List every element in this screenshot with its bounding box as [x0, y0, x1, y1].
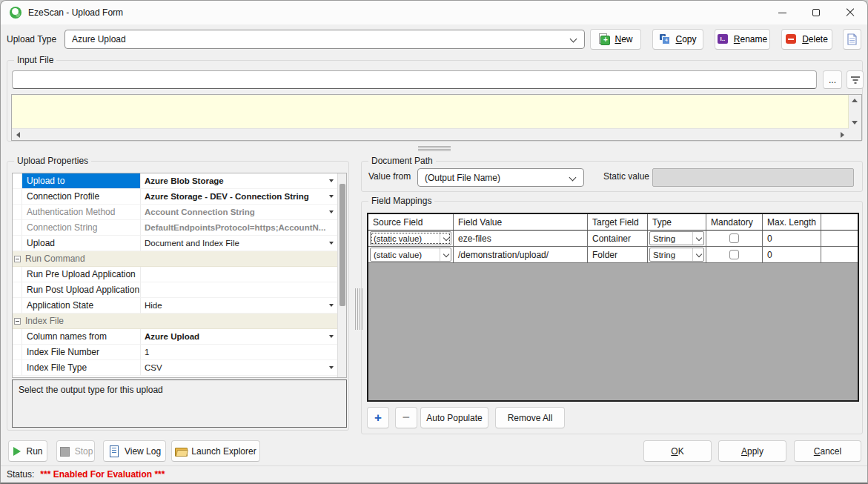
property-name[interactable]: Upload to	[22, 173, 141, 189]
property-name[interactable]: Run Pre Upload Application	[22, 267, 141, 282]
field-value-cell[interactable]: eze-files	[454, 231, 588, 247]
button-label: New	[614, 34, 632, 44]
property-value-text: DefaultEndpointsProtocol=https;AccountN.…	[145, 223, 325, 232]
property-name[interactable]: Authentication Method	[22, 205, 141, 220]
value-from-combobox[interactable]: (Output File Name)	[417, 168, 584, 187]
input-file-field[interactable]	[12, 70, 817, 89]
property-name[interactable]: Index File Number	[22, 345, 141, 360]
remove-mapping-button[interactable]: −	[395, 407, 417, 428]
property-value-text: Azure Storage - DEV - Connection String	[145, 192, 309, 201]
property-name[interactable]: Connection Profile	[22, 189, 141, 205]
property-category-row[interactable]: Index File	[13, 314, 337, 329]
target-field-cell[interactable]: Container	[588, 231, 648, 247]
dropdown-arrow-icon[interactable]	[329, 366, 334, 369]
scroll-down-icon[interactable]	[852, 121, 858, 125]
auto-populate-button[interactable]: Auto Populate	[420, 407, 488, 428]
close-button[interactable]	[833, 1, 867, 24]
ok-button[interactable]: OK	[643, 440, 712, 462]
file-list-area[interactable]	[12, 95, 849, 128]
scroll-right-icon[interactable]	[841, 132, 844, 138]
toolbar-copy-button[interactable]: Copy	[652, 29, 703, 50]
property-grid-scrollbar[interactable]	[337, 173, 346, 377]
property-value[interactable]	[141, 267, 337, 282]
collapse-icon[interactable]	[14, 318, 21, 325]
property-name[interactable]: Run Post Upload Application	[22, 282, 141, 298]
mandatory-checkbox[interactable]	[729, 233, 739, 243]
source-field-combobox[interactable]: (static value)	[370, 231, 451, 245]
document-button[interactable]	[843, 29, 861, 50]
property-value[interactable]: DefaultEndpointsProtocol=https;AccountN.…	[141, 220, 337, 236]
property-description-text: Select the output type for this upload	[19, 385, 163, 395]
upload-type-buttons: NewCopyRenameDelete	[590, 29, 832, 50]
target-field-cell[interactable]: Folder	[588, 247, 648, 263]
max-length-cell[interactable]: 0	[763, 231, 821, 247]
toolbar-delete-button[interactable]: Delete	[781, 29, 832, 50]
property-value[interactable]	[141, 282, 337, 298]
collapse-icon[interactable]	[14, 256, 21, 262]
dropdown-arrow-icon[interactable]	[329, 195, 334, 198]
scroll-up-icon[interactable]	[852, 99, 858, 102]
property-value[interactable]: Document and Index File	[141, 236, 337, 251]
mandatory-checkbox[interactable]	[729, 250, 739, 259]
plus-icon: +	[374, 411, 382, 425]
property-value[interactable]: CSV	[141, 360, 337, 376]
vertical-scrollbar[interactable]	[849, 95, 861, 128]
dropdown-arrow-icon[interactable]	[329, 210, 334, 213]
horizontal-splitter-handle[interactable]	[418, 146, 451, 152]
cancel-button[interactable]: Cancel	[794, 440, 861, 462]
scroll-left-icon[interactable]	[16, 132, 20, 138]
property-name[interactable]: Column names from	[22, 329, 141, 345]
browse-button[interactable]: ...	[823, 70, 842, 89]
column-header[interactable]: Target Field	[588, 214, 648, 231]
toolbar-rename-button[interactable]: Rename	[715, 29, 770, 50]
apply-button[interactable]: Apply	[718, 440, 786, 462]
dropdown-arrow-icon[interactable]	[329, 304, 334, 307]
property-value[interactable]: Azure Storage - DEV - Connection String	[141, 189, 337, 205]
maximize-button[interactable]	[799, 1, 833, 24]
filter-button[interactable]	[847, 70, 864, 89]
scrollbar-thumb[interactable]	[339, 184, 345, 306]
property-value[interactable]: Hide	[141, 298, 337, 314]
field-mappings-group-label: Field Mappings	[368, 196, 434, 206]
source-field-combobox[interactable]: (static value)	[370, 248, 451, 262]
view-log-button[interactable]: View Log	[103, 440, 166, 462]
column-header[interactable]: Max. Length	[763, 214, 821, 231]
column-header[interactable]	[821, 214, 858, 231]
property-value[interactable]: 1	[141, 345, 337, 360]
source-field-value: (static value)	[374, 234, 422, 243]
property-name[interactable]: Upload	[22, 236, 141, 251]
property-name[interactable]: Connection String	[22, 220, 141, 236]
dropdown-arrow-icon[interactable]	[329, 242, 334, 245]
column-header[interactable]: Type	[648, 214, 706, 231]
property-value[interactable]: Azure Blob Storage	[141, 173, 337, 189]
column-header[interactable]: Field Value	[454, 214, 588, 231]
property-category-row[interactable]: Run Command	[13, 251, 337, 267]
dropdown-arrow-icon[interactable]	[329, 335, 334, 338]
property-name[interactable]: Application State	[22, 298, 141, 314]
field-value-cell[interactable]: /demonstration/upload/	[454, 247, 588, 263]
type-combobox[interactable]: String	[649, 248, 704, 262]
property-name[interactable]: Index File Type	[22, 360, 141, 376]
column-header[interactable]: Source Field	[368, 214, 454, 231]
button-label: View Log	[125, 446, 161, 457]
launch-explorer-button[interactable]: Launch Explorer	[171, 440, 260, 462]
upload-type-combobox[interactable]: Azure Upload	[64, 30, 585, 49]
run-button[interactable]: Run	[8, 440, 47, 462]
type-combobox[interactable]: String	[649, 231, 704, 245]
max-length-cell[interactable]: 0	[763, 247, 821, 263]
toolbar-new-button[interactable]: New	[590, 29, 641, 50]
button-label: Delete	[802, 34, 828, 44]
column-header[interactable]: Mandatory	[706, 214, 763, 231]
auto-populate-label: Auto Populate	[426, 413, 482, 423]
chevron-down-icon	[443, 236, 448, 241]
horizontal-scrollbar[interactable]	[12, 128, 849, 140]
field-mappings-group: Field Mappings Source FieldField ValueTa…	[361, 201, 863, 434]
property-value[interactable]: Azure Upload	[141, 329, 337, 345]
stop-button[interactable]: Stop	[56, 440, 95, 462]
property-value[interactable]: Account Connection String	[141, 205, 337, 220]
dropdown-arrow-icon[interactable]	[329, 179, 334, 182]
add-mapping-button[interactable]: +	[367, 407, 389, 428]
minimize-button[interactable]	[765, 1, 799, 24]
chevron-down-icon	[443, 252, 448, 257]
remove-all-button[interactable]: Remove All	[495, 407, 565, 428]
